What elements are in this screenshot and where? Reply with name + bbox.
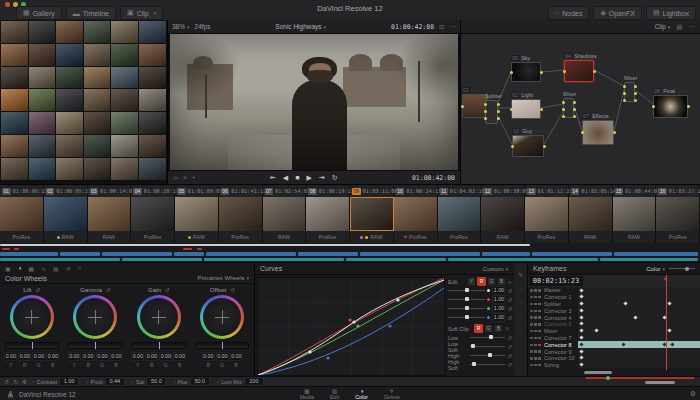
gallery-thumbnail[interactable]	[1, 67, 28, 89]
keyframe-marker[interactable]	[580, 322, 584, 326]
clip-thumbnail[interactable]	[131, 197, 175, 231]
slider-handle[interactable]	[472, 362, 476, 366]
clip-timecode-cell[interactable]: 0801:00:19:11◔	[306, 185, 350, 197]
color-wheel[interactable]	[137, 295, 181, 339]
value-box[interactable]: 0.00	[145, 352, 158, 361]
value-box[interactable]: 0.00	[18, 352, 31, 361]
clip-timecode-cell[interactable]: 1301:01:12:21◔	[525, 185, 569, 197]
clip-name-cell[interactable]: ProRes	[525, 231, 569, 243]
slider-handle[interactable]	[465, 288, 469, 292]
clip-thumbnail[interactable]	[350, 197, 394, 231]
clip-thumbnail[interactable]	[394, 197, 438, 231]
value-box[interactable]: 0.00	[110, 352, 123, 361]
master-wheel-slider[interactable]	[195, 342, 249, 349]
soft-clip-slider[interactable]	[470, 346, 505, 347]
page-tab-media[interactable]: ▦Media	[300, 388, 314, 400]
clip-timecode-cell[interactable]: 0701:02:54:03◔	[263, 185, 307, 197]
clip-thumbnail[interactable]	[44, 197, 88, 231]
fullscreen-icon[interactable]: ⊡	[439, 23, 444, 31]
page-tab-deliver[interactable]: ✈Deliver	[384, 388, 400, 400]
value-box[interactable]: 1.00	[492, 295, 505, 304]
gallery-thumbnail[interactable]	[56, 21, 83, 43]
lock-icon[interactable]	[534, 357, 537, 360]
enable-dot-icon[interactable]	[530, 337, 533, 340]
topbar-button-gallery[interactable]: ▦Gallery	[16, 6, 62, 20]
clip-thumbnail[interactable]	[569, 197, 613, 231]
tab-rgb-mixer-icon[interactable]: ▦	[28, 265, 34, 272]
param-dial-icon[interactable]: ◔	[31, 379, 34, 385]
clip-thumbnail[interactable]	[0, 197, 44, 231]
gallery-thumbnail[interactable]	[29, 135, 56, 157]
reset-icon[interactable]: ↺	[230, 287, 235, 293]
clip-timecode-cell[interactable]: 1601:03:27:16◔	[656, 185, 700, 197]
param-value-box[interactable]: 50.0	[146, 377, 166, 386]
clip-timecode-cell[interactable]: 0101:00:06:23◔	[0, 185, 44, 197]
lock-icon[interactable]	[534, 289, 537, 292]
clip-timecode-cell[interactable]: 0601:01:41:12◔	[219, 185, 263, 197]
clip-name-cell[interactable]: ProRes	[656, 231, 700, 243]
value-box[interactable]: 0.00	[32, 352, 45, 361]
horizontal-scrollbar[interactable]	[645, 381, 675, 384]
value-box[interactable]: 0.00	[96, 352, 109, 361]
tool-dot-icon[interactable]: ◦	[519, 286, 521, 292]
clip-timecode-cell[interactable]: 0501:01:09:03◔	[175, 185, 219, 197]
clip-name-cell[interactable]: ProRes	[131, 231, 175, 243]
clip-thumbnail[interactable]	[525, 197, 569, 231]
keyframes-playhead[interactable]	[666, 275, 667, 370]
clip-timecode-cell[interactable]: 1501:00:44:09◔	[613, 185, 657, 197]
viewer-clip-select[interactable]: Sonic Highways▾	[215, 23, 386, 30]
reset-icon[interactable]: ↺	[507, 362, 512, 368]
curve-slider[interactable]	[448, 290, 485, 291]
enable-dot-icon[interactable]	[530, 357, 533, 360]
gallery-thumbnail[interactable]	[1, 44, 28, 66]
param-value-box[interactable]: 1.00	[59, 377, 79, 386]
keyframe-marker[interactable]	[580, 335, 584, 339]
topbar-button-nodes[interactable]: ∴Nodes	[548, 6, 590, 20]
reset-icon[interactable]: ↺	[507, 297, 512, 303]
slider-handle[interactable]	[465, 297, 469, 301]
curve-channel-button[interactable]: R	[477, 277, 486, 286]
node-guy[interactable]: 03Guy	[512, 135, 544, 157]
soft-clip-button[interactable]: G	[484, 324, 493, 333]
master-wheel-slider[interactable]	[68, 342, 122, 349]
clip-thumbnail[interactable]	[613, 197, 657, 231]
param-dial-icon[interactable]: ◔	[172, 379, 175, 385]
gallery-thumbnail[interactable]	[29, 112, 56, 134]
node-mixer[interactable]: Mixer	[624, 82, 635, 102]
gallery-thumbnail[interactable]	[139, 135, 166, 157]
clip-name-cell[interactable]: RAW	[175, 231, 219, 243]
page-tab-edit[interactable]: ▥Edit	[330, 388, 339, 400]
gallery-thumbnail[interactable]	[84, 112, 111, 134]
keyframe-marker[interactable]	[621, 342, 625, 346]
value-box[interactable]: 0.00	[82, 352, 95, 361]
clip-timecode-cell[interactable]: 1401:02:05:14◔	[569, 185, 613, 197]
value-box[interactable]: 0.00	[131, 352, 144, 361]
keyframe-marker[interactable]	[624, 301, 628, 305]
undo-icon[interactable]: ↺	[4, 378, 9, 385]
enable-dot-icon[interactable]	[530, 289, 533, 292]
gallery-thumbnail[interactable]	[139, 89, 166, 111]
clip-timecode-cell[interactable]: 0201:00:05:23◔	[44, 185, 88, 197]
gallery-thumbnail[interactable]	[111, 21, 138, 43]
value-box[interactable]: 0.00	[4, 352, 17, 361]
grab-icon[interactable]: ✥	[22, 378, 27, 385]
gallery-thumbnail[interactable]	[84, 21, 111, 43]
tool-dot-icon[interactable]: ◦	[519, 300, 521, 306]
param-value-box[interactable]: 0.44	[105, 377, 125, 386]
curve-slider[interactable]	[448, 299, 485, 300]
link-icon[interactable]: ∞	[508, 279, 512, 285]
curves-graph[interactable]	[257, 277, 445, 376]
param-dial-icon[interactable]: ◔	[216, 379, 219, 385]
gallery-thumbnail[interactable]	[56, 44, 83, 66]
master-wheel-slider[interactable]	[5, 342, 59, 349]
topbar-button-timeline[interactable]: ▬Timeline	[66, 6, 116, 20]
soft-clip-slider[interactable]	[470, 337, 505, 338]
color-wheel[interactable]	[10, 295, 54, 339]
slider-handle[interactable]	[465, 306, 469, 310]
enable-dot-icon[interactable]	[530, 350, 533, 353]
keyframe-marker[interactable]	[670, 342, 674, 346]
reset-icon[interactable]: ↺	[106, 287, 111, 293]
window-dot[interactable]	[5, 2, 10, 7]
keyframe-marker[interactable]	[580, 288, 584, 292]
enable-dot-icon[interactable]	[530, 303, 533, 306]
